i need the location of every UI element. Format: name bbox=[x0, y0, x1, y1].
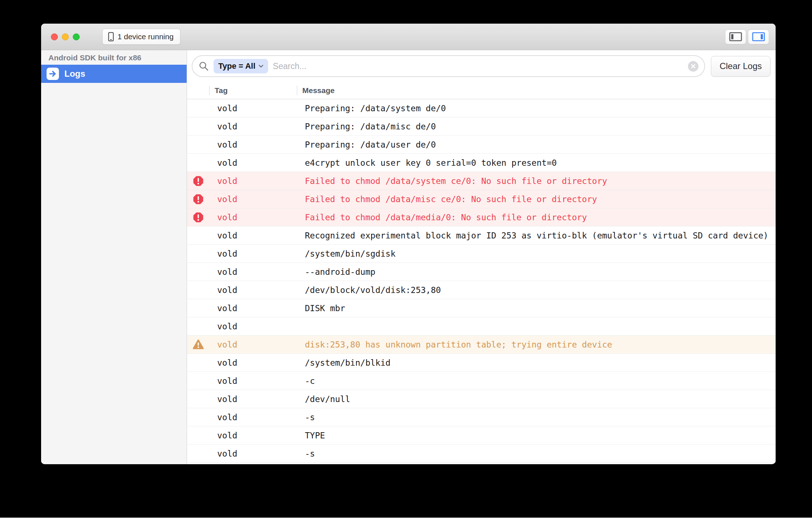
log-message: Preparing: /data/system_de/0 bbox=[297, 104, 776, 113]
sidebar-item-logs[interactable]: Logs bbox=[41, 65, 187, 83]
clear-logs-button[interactable]: Clear Logs bbox=[711, 56, 771, 77]
log-message: TYPE bbox=[297, 431, 776, 440]
log-tag: vold bbox=[209, 431, 297, 440]
log-tag: vold bbox=[209, 413, 297, 422]
log-message: /dev/null bbox=[297, 394, 776, 404]
left-panel-icon bbox=[729, 32, 742, 41]
logs-arrow-icon bbox=[47, 68, 59, 80]
log-toolbar: Type = All Search... ✕ Clear Logs bbox=[187, 50, 776, 82]
log-tag: vold bbox=[209, 285, 297, 295]
row-icon-cell bbox=[187, 154, 209, 172]
right-panel-icon bbox=[752, 32, 765, 41]
clear-search-icon[interactable]: ✕ bbox=[688, 61, 698, 72]
row-icon-cell bbox=[187, 245, 209, 262]
log-row[interactable]: voldDISK mbr bbox=[187, 299, 776, 317]
log-row[interactable]: voldPreparing: /data/user_de/0 bbox=[187, 136, 776, 154]
log-message: -s bbox=[297, 449, 776, 458]
log-tag: vold bbox=[209, 249, 297, 258]
log-row[interactable]: vold/dev/block/vold/disk:253,80 bbox=[187, 281, 776, 299]
log-row[interactable]: voldFailed to chmod /data/media/0: No su… bbox=[187, 208, 776, 226]
log-row[interactable]: vold/system/bin/sgdisk bbox=[187, 245, 776, 263]
log-tag: vold bbox=[209, 158, 297, 168]
row-icon-cell bbox=[187, 354, 209, 372]
log-row[interactable]: volddisk:253,80 has unknown partition ta… bbox=[187, 336, 776, 354]
minimize-button[interactable] bbox=[62, 33, 69, 40]
log-tag: vold bbox=[209, 322, 297, 331]
log-tag: vold bbox=[209, 267, 297, 277]
row-icon-cell bbox=[187, 426, 209, 444]
log-message: -s bbox=[297, 413, 776, 422]
log-row[interactable]: voldTYPE bbox=[187, 426, 776, 445]
chevron-down-icon bbox=[259, 65, 263, 68]
log-row[interactable]: voldRecognized experimental block major … bbox=[187, 226, 776, 245]
log-message: -c bbox=[297, 376, 776, 386]
log-message: Failed to chmod /data/system_ce/0: No su… bbox=[297, 176, 776, 186]
log-message: disk:253,80 has unknown partition table;… bbox=[297, 340, 776, 349]
log-rows: voldPreparing: /data/system_de/0voldPrep… bbox=[187, 99, 776, 464]
row-icon-cell bbox=[187, 281, 209, 299]
log-row[interactable]: vold bbox=[187, 317, 776, 336]
log-message: Preparing: /data/user_de/0 bbox=[297, 140, 776, 149]
right-panel-toggle-button[interactable] bbox=[748, 29, 769, 44]
log-tag: vold bbox=[209, 194, 297, 204]
log-row[interactable]: volde4crypt_unlock_user_key 0 serial=0 t… bbox=[187, 154, 776, 172]
log-message: Recognized experimental block major ID 2… bbox=[297, 231, 776, 240]
log-message: Failed to chmod /data/misc_ce/0: No such… bbox=[297, 194, 776, 204]
log-row[interactable]: voldPreparing: /data/misc_de/0 bbox=[187, 117, 776, 136]
screen-bottom-strip bbox=[0, 518, 812, 522]
warning-icon bbox=[187, 336, 209, 353]
log-tag: vold bbox=[209, 122, 297, 131]
log-pane: Type = All Search... ✕ Clear Logs bbox=[187, 50, 776, 464]
log-tag: vold bbox=[209, 394, 297, 404]
column-header-message[interactable]: Message bbox=[297, 82, 776, 99]
row-icon-cell bbox=[187, 408, 209, 426]
row-icon-cell bbox=[187, 317, 209, 335]
log-table-header: Tag Message bbox=[187, 82, 776, 99]
error-icon bbox=[187, 172, 209, 190]
device-running-label: 1 device running bbox=[118, 32, 174, 41]
close-button[interactable] bbox=[51, 33, 58, 40]
window-controls bbox=[51, 33, 80, 40]
type-filter-token[interactable]: Type = All bbox=[214, 59, 268, 73]
log-row[interactable]: vold/dev/null bbox=[187, 390, 776, 408]
search-icon bbox=[199, 61, 209, 71]
log-row[interactable]: vold-s bbox=[187, 445, 776, 463]
error-icon bbox=[187, 208, 209, 226]
row-icon-cell bbox=[187, 136, 209, 153]
sidebar: Android SDK built for x86 Logs bbox=[41, 50, 187, 464]
search-placeholder: Search... bbox=[273, 61, 683, 71]
row-icon-cell bbox=[187, 263, 209, 281]
row-icon-cell bbox=[187, 226, 209, 244]
app-window: 1 device running bbox=[41, 24, 776, 464]
left-panel-toggle-button[interactable] bbox=[725, 29, 746, 44]
log-row[interactable]: voldPreparing: /data/system_de/0 bbox=[187, 99, 776, 117]
search-field[interactable]: Type = All Search... ✕ bbox=[192, 55, 705, 77]
row-icon-cell bbox=[187, 445, 209, 462]
log-row[interactable]: vold--android-dump bbox=[187, 263, 776, 281]
row-icon-cell bbox=[187, 390, 209, 408]
zoom-button[interactable] bbox=[73, 33, 80, 40]
phone-icon bbox=[108, 32, 114, 42]
log-message: /dev/block/vold/disk:253,80 bbox=[297, 285, 776, 295]
log-row[interactable]: vold-c bbox=[187, 372, 776, 390]
log-message: Failed to chmod /data/media/0: No such f… bbox=[297, 213, 776, 222]
log-tag: vold bbox=[209, 358, 297, 368]
row-icon-cell bbox=[187, 117, 209, 135]
column-header-tag[interactable]: Tag bbox=[209, 82, 297, 99]
log-tag: vold bbox=[209, 104, 297, 113]
log-row[interactable]: vold/system/bin/blkid bbox=[187, 354, 776, 372]
clear-logs-label: Clear Logs bbox=[720, 61, 762, 71]
log-message: Preparing: /data/misc_de/0 bbox=[297, 122, 776, 131]
log-tag: vold bbox=[209, 376, 297, 386]
log-message: /system/bin/sgdisk bbox=[297, 249, 776, 258]
log-tag: vold bbox=[209, 176, 297, 186]
row-icon-cell bbox=[187, 372, 209, 390]
device-running-button[interactable]: 1 device running bbox=[102, 29, 180, 45]
log-row[interactable]: voldFailed to chmod /data/system_ce/0: N… bbox=[187, 172, 776, 190]
log-row[interactable]: vold-s bbox=[187, 408, 776, 426]
log-tag: vold bbox=[209, 340, 297, 349]
error-icon bbox=[187, 190, 209, 208]
type-filter-label: Type = All bbox=[218, 61, 255, 71]
log-tag: vold bbox=[209, 304, 297, 313]
log-row[interactable]: voldFailed to chmod /data/misc_ce/0: No … bbox=[187, 190, 776, 208]
